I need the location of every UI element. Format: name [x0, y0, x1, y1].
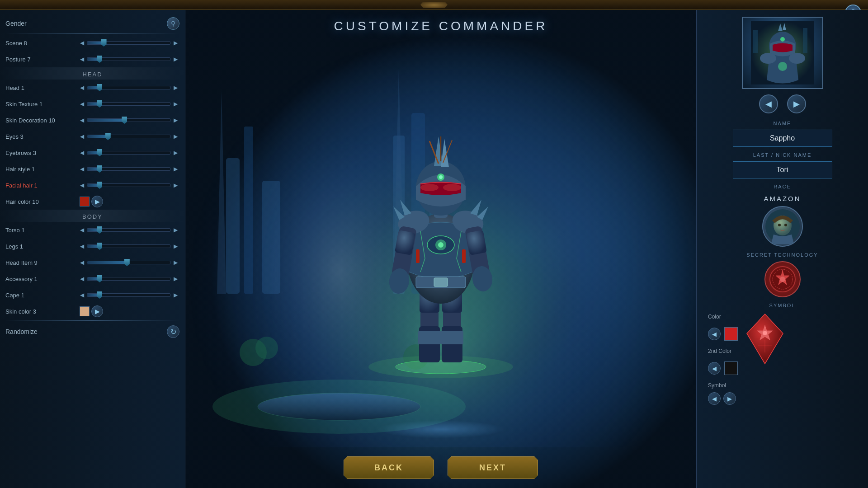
- svg-rect-55: [434, 278, 448, 286]
- cape-prev[interactable]: ◀: [78, 291, 86, 299]
- next-button[interactable]: NEXT: [448, 456, 538, 479]
- symbol-section: Color ◀ 2nd Color ◀ Symbol ◀ ▶: [703, 312, 861, 405]
- gender-icon[interactable]: ⚲: [167, 17, 179, 30]
- lastname-label: LAST / NICK NAME: [753, 152, 812, 158]
- secondary-color-swatch[interactable]: [724, 361, 738, 375]
- preview-next-btn[interactable]: ▶: [787, 94, 806, 113]
- accessory-track[interactable]: [87, 277, 170, 281]
- top-ornament: [420, 2, 448, 8]
- bottom-buttons: BACK NEXT: [344, 447, 538, 488]
- head-next[interactable]: ▶: [171, 84, 179, 92]
- legs-next[interactable]: ▶: [171, 242, 179, 250]
- accessory-prev[interactable]: ◀: [78, 275, 86, 283]
- skin-texture-row: Skin Texture 1 ◀ ▶: [0, 96, 185, 112]
- scene-next[interactable]: ▶: [171, 39, 179, 47]
- eyes-next[interactable]: ▶: [171, 132, 179, 141]
- torso-row: Torso 1 ◀ ▶: [0, 222, 185, 238]
- svg-rect-57: [462, 249, 466, 263]
- skin-color-next[interactable]: ▶: [91, 305, 103, 317]
- legs-track[interactable]: [87, 244, 170, 248]
- facial-hair-track[interactable]: [87, 183, 170, 187]
- tech-circle[interactable]: [764, 261, 801, 297]
- left-panel: Gender ⚲ Scene 8 ◀ ▶ Posture 7 ◀ ▶ HEAD …: [0, 10, 185, 488]
- posture-track[interactable]: [87, 57, 170, 61]
- svg-rect-56: [416, 249, 420, 263]
- head-item-prev[interactable]: ◀: [78, 258, 86, 267]
- hair-color-next[interactable]: ▶: [91, 196, 103, 207]
- symbol-label: SYMBOL: [769, 303, 796, 308]
- preview-svg: [751, 21, 814, 84]
- preview-prev-btn[interactable]: ◀: [759, 94, 778, 113]
- skin-deco-prev[interactable]: ◀: [78, 116, 86, 124]
- torso-next[interactable]: ▶: [171, 226, 179, 234]
- torso-prev[interactable]: ◀: [78, 226, 86, 234]
- head-track[interactable]: [87, 86, 170, 89]
- second-color-row: 2nd Color: [708, 348, 738, 354]
- race-portrait[interactable]: [762, 206, 803, 247]
- right-panel: ◀ ▶ NAME LAST / NICK NAME RACE AMAZON: [696, 10, 868, 488]
- symbol-nav-label: Symbol: [708, 382, 738, 389]
- primary-color-swatch[interactable]: [724, 327, 738, 341]
- randomize-button[interactable]: ↻: [167, 325, 179, 338]
- hairstyle-track[interactable]: [87, 167, 170, 171]
- hair-color-swatch[interactable]: [80, 197, 90, 206]
- svg-marker-75: [747, 314, 783, 364]
- svg-point-62: [778, 62, 787, 71]
- posture-prev[interactable]: ◀: [78, 55, 86, 63]
- skin-deco-next[interactable]: ▶: [171, 116, 179, 124]
- hairstyle-prev[interactable]: ◀: [78, 165, 86, 173]
- head-item-track[interactable]: [87, 261, 170, 264]
- skin-deco-label: Skin Decoration 10: [5, 117, 78, 124]
- legs-prev[interactable]: ◀: [78, 242, 86, 250]
- eyes-prev[interactable]: ◀: [78, 132, 86, 141]
- facial-hair-label: Facial hair 1: [5, 182, 78, 189]
- back-button[interactable]: BACK: [344, 456, 434, 479]
- second-color-prev-btn[interactable]: ◀: [708, 362, 721, 375]
- eyes-track[interactable]: [87, 135, 170, 138]
- cape-track[interactable]: [87, 293, 170, 297]
- symbol-prev-btn[interactable]: ◀: [708, 392, 721, 405]
- torso-track[interactable]: [87, 228, 170, 232]
- head-prev[interactable]: ◀: [78, 84, 86, 92]
- svg-rect-25: [418, 331, 441, 344]
- facial-hair-prev[interactable]: ◀: [78, 181, 86, 189]
- cape-next[interactable]: ▶: [171, 291, 179, 299]
- eyes-row: Eyes 3 ◀ ▶: [0, 128, 185, 145]
- skin-texture-next[interactable]: ▶: [171, 100, 179, 108]
- svg-point-71: [784, 224, 787, 226]
- scene-prev[interactable]: ◀: [78, 39, 86, 47]
- svg-marker-33: [400, 200, 411, 216]
- svg-point-76: [763, 331, 767, 335]
- color-value-row: ◀: [708, 327, 738, 341]
- posture-row: Posture 7 ◀ ▶: [0, 51, 185, 67]
- head-section-label: HEAD: [0, 67, 185, 80]
- eyebrows-track[interactable]: [87, 151, 170, 155]
- facial-hair-next[interactable]: ▶: [171, 181, 179, 189]
- divider: [5, 33, 179, 34]
- color-prev-btn[interactable]: ◀: [708, 328, 721, 340]
- eyebrows-label: Eyebrows 3: [5, 150, 78, 156]
- skin-texture-track[interactable]: [87, 102, 170, 106]
- eyes-label: Eyes 3: [5, 133, 78, 140]
- scene-track[interactable]: [87, 41, 170, 45]
- hairstyle-next[interactable]: ▶: [171, 165, 179, 173]
- accessory-next[interactable]: ▶: [171, 275, 179, 283]
- skin-texture-prev[interactable]: ◀: [78, 100, 86, 108]
- posture-next[interactable]: ▶: [171, 55, 179, 63]
- svg-point-74: [780, 277, 785, 282]
- lastname-input[interactable]: [733, 161, 832, 178]
- symbol-next-btn[interactable]: ▶: [723, 392, 736, 405]
- torso-label: Torso 1: [5, 227, 78, 234]
- tech-svg: [769, 266, 796, 293]
- skin-color-swatch[interactable]: [80, 306, 90, 316]
- color-controls: Color ◀ 2nd Color ◀ Symbol ◀ ▶: [708, 312, 738, 405]
- skin-deco-track[interactable]: [87, 118, 170, 122]
- svg-point-50: [439, 175, 443, 179]
- svg-point-48: [443, 184, 461, 191]
- eyebrows-prev[interactable]: ◀: [78, 149, 86, 157]
- name-input[interactable]: [733, 130, 832, 147]
- head-item-next[interactable]: ▶: [171, 258, 179, 267]
- eyebrows-next[interactable]: ▶: [171, 149, 179, 157]
- second-color-label: 2nd Color: [708, 348, 735, 354]
- head-label: Head 1: [5, 84, 78, 91]
